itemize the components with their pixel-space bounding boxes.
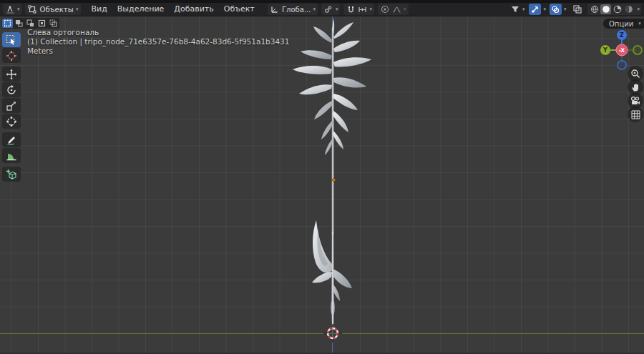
select-mode-extend[interactable] [14, 19, 24, 28]
options-label: Опции [609, 20, 633, 28]
chevron-down-icon: ▾ [522, 6, 525, 12]
tool-scale[interactable] [2, 98, 21, 113]
magnet-icon [346, 4, 356, 14]
shading-rendered-button[interactable] [623, 4, 634, 14]
menu-view[interactable]: Вид [87, 4, 112, 15]
gizmo-axis-z-neg[interactable] [618, 61, 626, 69]
chevron-down-icon: ▾ [543, 6, 546, 12]
orientation-global-icon [270, 4, 280, 14]
gizmo-z-label: Z [620, 32, 624, 39]
select-mode-subtract[interactable] [25, 19, 36, 28]
shading-solid-button[interactable] [600, 4, 611, 14]
gizmo-axis-y-neg[interactable] [633, 46, 642, 54]
object-origin-dot [332, 178, 336, 182]
gizmo-y-label: Y [602, 47, 608, 54]
visibility-filter-dropdown[interactable]: ▾ [510, 4, 525, 15]
menu-object[interactable]: Объект [219, 4, 260, 15]
camera-view-icon [630, 96, 640, 106]
chevron-down-icon: ▾ [336, 6, 338, 12]
tool-rotate[interactable] [2, 82, 21, 97]
active-object-text: (1) Collection | tripo_node_71e6357e-76b… [27, 37, 289, 46]
mode-label: Объекты [40, 6, 74, 14]
show-gizmo-dropdown[interactable]: ▾ [529, 4, 546, 15]
y-axis-line [0, 333, 644, 334]
menu-select[interactable]: Выделение [112, 4, 170, 15]
orientation-label: Глоба... [282, 6, 311, 14]
falloff-curve-icon [391, 4, 401, 14]
menu-add[interactable]: Добавить [169, 4, 218, 15]
tool-cursor[interactable] [2, 48, 21, 63]
show-gizmo-icon [529, 4, 541, 15]
pivot-dropdown[interactable]: ▾ [321, 4, 341, 15]
mode-dropdown[interactable]: Объекты ▾ [25, 4, 81, 15]
viewport-info: Слева ортогональ (1) Collection | tripo_… [27, 28, 289, 56]
snap-increment-icon [357, 4, 367, 14]
tool-transform[interactable] [2, 114, 21, 129]
select-mode-set[interactable] [2, 19, 13, 28]
orientation-dropdown[interactable]: Глоба... ▾ [268, 4, 318, 15]
view-name-text: Слева ортогональ [27, 28, 289, 37]
tool-move[interactable] [2, 67, 21, 82]
shading-wireframe-button[interactable] [589, 4, 600, 14]
snap-controls[interactable]: ▾ [343, 4, 374, 15]
tool-annotate[interactable] [2, 132, 21, 147]
chevron-down-icon: ▾ [638, 21, 641, 26]
viewport-header: ▾ Объекты ▾ Вид Выделение Добавить Объек… [0, 3, 644, 16]
chevron-down-icon: ▾ [637, 6, 640, 12]
chevron-down-icon: ▾ [76, 6, 79, 12]
chevron-down-icon: ▾ [313, 6, 316, 12]
pivot-point-icon [323, 4, 333, 14]
scene-object-plant[interactable] [283, 17, 386, 333]
tool-measure[interactable] [2, 148, 21, 163]
xray-toggle-icon[interactable] [572, 4, 583, 14]
zoom-icon [630, 69, 640, 79]
toolbar [2, 32, 21, 182]
projection-toggle-button[interactable] [628, 107, 643, 122]
chevron-down-icon: ▾ [369, 6, 372, 12]
show-overlays-dropdown[interactable]: ▾ [550, 4, 567, 15]
chevron-down-icon: ▾ [564, 6, 567, 12]
chevron-down-icon: ▾ [404, 6, 406, 12]
projection-grid-icon [631, 110, 640, 119]
tool-select-box[interactable] [2, 32, 21, 47]
tool-add-cube[interactable] [2, 167, 21, 182]
pan-hand-icon [631, 83, 640, 92]
select-mode-intersect[interactable] [48, 19, 59, 28]
object-mode-icon [27, 4, 37, 14]
shading-mode-group: ▾ [587, 4, 641, 15]
proportional-edit-icon [380, 4, 390, 14]
options-button[interactable]: Опции ▾ [603, 19, 644, 29]
chevron-down-icon: ▾ [17, 6, 20, 12]
shading-material-button[interactable] [612, 4, 623, 14]
editor-type-button[interactable]: ▾ [3, 4, 22, 15]
units-text: Meters [27, 46, 289, 56]
editor-3d-viewport-icon [5, 4, 15, 14]
proportional-edit-controls[interactable]: ▾ [378, 4, 409, 15]
select-mode-invert[interactable] [36, 19, 47, 28]
visibility-filter-icon [510, 4, 520, 14]
gizmo-center-label: -X [619, 47, 625, 54]
show-overlays-icon [550, 4, 562, 15]
3d-cursor [323, 323, 343, 343]
select-mode-row [1, 18, 59, 29]
